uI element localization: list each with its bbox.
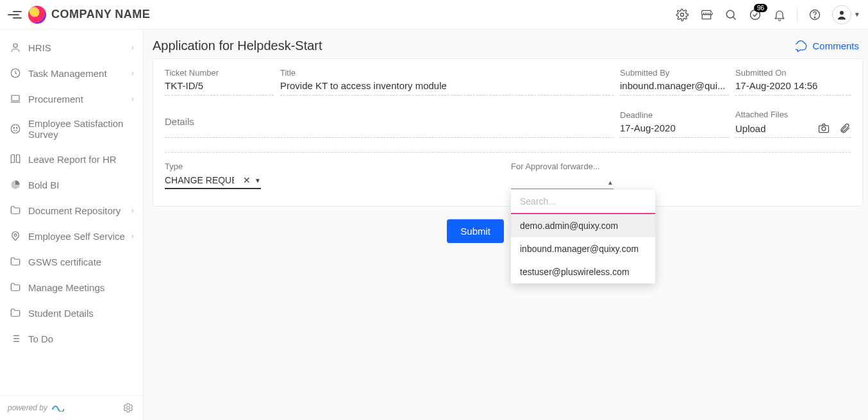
sidebar-item-hris[interactable]: HRIS› [0, 35, 143, 60]
sidebar-item-gsws-certificate[interactable]: GSWS certificate [0, 249, 143, 274]
brand-text: COMPANY NAME [51, 8, 150, 21]
sidebar-item-label: Leave Report for HR [28, 154, 134, 165]
sidebar-item-label: To Do [28, 333, 134, 344]
search-icon[interactable] [724, 8, 738, 22]
sidebar-item-student-details[interactable]: Student Details [0, 300, 143, 326]
powered-by-label: powered by [8, 403, 47, 412]
separator [797, 8, 797, 22]
svg-point-5 [814, 17, 815, 17]
dropdown-search [511, 190, 655, 214]
brand[interactable]: COMPANY NAME [28, 6, 150, 24]
sidebar: HRIS›Task Management›Procurement›Employe… [0, 29, 144, 420]
sidebar-item-label: Manage Meetings [28, 282, 134, 293]
type-field: Type CHANGE REQUEST ✕ ▼ [165, 162, 498, 189]
action-bar: Submit Cancel [153, 206, 863, 256]
upload-button[interactable]: Upload [735, 123, 808, 134]
submit-button[interactable]: Submit [447, 219, 504, 243]
sidebar-item-employee-satisfaction-survey[interactable]: Employee Satisfaction Survey [0, 112, 143, 146]
folder-icon [9, 255, 22, 268]
title-field: Title Provide KT to access inventory mod… [280, 68, 613, 96]
sidebar-item-task-management[interactable]: Task Management› [0, 60, 143, 86]
comments-link[interactable]: Comments [796, 40, 859, 53]
type-label: Type [165, 162, 498, 171]
tasks-badge-icon[interactable]: 96 [748, 8, 762, 22]
dropdown-search-input[interactable] [520, 196, 646, 206]
deadline-field: Deadline 17-Aug-2020 [620, 110, 729, 138]
approval-dropdown: demo.admin@quixy.cominbound.manager@quix… [511, 190, 655, 283]
folder-icon [9, 281, 22, 294]
comments-icon [796, 40, 808, 53]
powered-by-logo-icon [51, 404, 63, 412]
sidebar-item-to-do[interactable]: To Do [0, 326, 143, 351]
svg-point-7 [13, 44, 17, 47]
attached-files-field: Attached Files Upload [735, 110, 851, 138]
smile-icon [9, 122, 22, 135]
dropdown-option[interactable]: inbound.manager@quixy.com [511, 237, 655, 260]
brand-logo-icon [28, 6, 46, 24]
svg-point-12 [17, 128, 18, 129]
chevron-right-icon: › [131, 94, 134, 103]
submitted-on-field: Submitted On 17-Aug-2020 14:56 [735, 68, 851, 96]
type-value: CHANGE REQUEST [165, 175, 234, 185]
sidebar-item-label: GSWS certificate [28, 256, 134, 267]
clear-icon[interactable]: ✕ [243, 175, 251, 185]
chevron-right-icon: › [131, 206, 134, 215]
attached-files-label: Attached Files [735, 110, 851, 119]
ticket-number-label: Ticket Number [165, 68, 274, 78]
folder-icon [9, 307, 22, 319]
sidebar-item-document-repository[interactable]: Document Repository› [0, 197, 143, 223]
top-bar: COMPANY NAME 96 ▼ [0, 0, 868, 29]
svg-point-13 [14, 234, 17, 237]
dropdown-option[interactable]: testuser@pluswireless.com [511, 260, 655, 283]
svg-point-20 [127, 407, 130, 410]
svg-point-11 [13, 128, 15, 129]
sidebar-item-procurement[interactable]: Procurement› [0, 86, 143, 112]
details-label: Details [165, 116, 613, 127]
title-value: Provide KT to access inventory module [280, 80, 613, 91]
chevron-right-icon: › [131, 43, 134, 52]
ticket-number-field: Ticket Number TKT-ID/5 [165, 68, 274, 96]
attachment-icon[interactable] [839, 122, 851, 134]
sidebar-item-employee-self-service[interactable]: Employee Self Service› [0, 223, 143, 249]
page-title: Application for Helpdesk-Start [153, 38, 322, 53]
user-menu[interactable]: ▼ [832, 5, 860, 24]
chevron-up-icon: ▲ [607, 179, 613, 186]
sidebar-item-manage-meetings[interactable]: Manage Meetings [0, 274, 143, 300]
sidebar-item-label: Procurement [28, 94, 131, 105]
gear-icon[interactable] [675, 8, 689, 22]
sidebar-settings-icon[interactable] [121, 401, 135, 415]
chevron-right-icon: › [131, 69, 134, 78]
approval-label: For Approval forwarde... [511, 162, 851, 171]
store-icon[interactable] [699, 8, 714, 22]
chevron-right-icon: › [131, 231, 134, 240]
sidebar-item-label: Document Repository [28, 205, 131, 216]
type-select[interactable]: CHANGE REQUEST ✕ ▼ [165, 174, 261, 189]
sidebar-footer: powered by [0, 395, 143, 420]
svg-point-22 [822, 127, 826, 131]
title-label: Title [280, 68, 613, 78]
form-card: Ticket Number TKT-ID/5 Title Provide KT … [153, 58, 863, 206]
chevron-down-icon: ▼ [255, 177, 261, 184]
details-field[interactable]: Details [165, 116, 613, 138]
dropdown-option[interactable]: demo.admin@quixy.com [511, 214, 655, 237]
folder-icon [9, 204, 22, 217]
svg-point-6 [840, 11, 844, 15]
help-icon[interactable] [808, 8, 822, 22]
laptop-icon [9, 92, 22, 105]
submitted-on-label: Submitted On [735, 68, 851, 78]
svg-point-10 [11, 124, 20, 133]
svg-point-0 [681, 13, 684, 16]
sidebar-item-leave-report-for-hr[interactable]: Leave Report for HR [0, 146, 143, 172]
svg-point-1 [726, 10, 734, 18]
bell-icon[interactable] [772, 8, 787, 22]
ticket-number-value: TKT-ID/5 [165, 80, 274, 91]
piechart-icon [9, 178, 22, 191]
svg-line-2 [733, 17, 735, 19]
sidebar-item-bold-bi[interactable]: Bold BI [0, 172, 143, 197]
menu-toggle-icon[interactable] [8, 8, 22, 22]
submitted-by-label: Submitted By [620, 68, 729, 78]
book-icon [9, 153, 22, 165]
main-content: Application for Helpdesk-Start Comments … [144, 29, 868, 420]
approval-select[interactable]: ▲ [511, 174, 613, 189]
camera-icon[interactable] [817, 122, 830, 135]
